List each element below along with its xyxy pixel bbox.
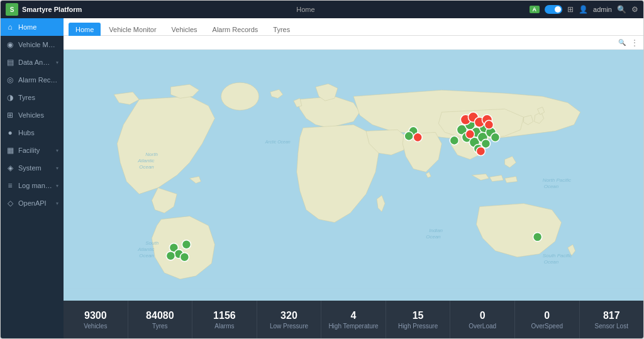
sidebar-item-data-analysis[interactable]: ▤ Data Analysis ▾ <box>1 53 64 71</box>
svg-text:Atlantic: Atlantic <box>137 158 154 164</box>
svg-text:Arctic Ocean: Arctic Ocean <box>265 140 291 144</box>
stats-bar: 9300 Vehicles 84080 Tyres 1156 Alarms 32… <box>64 301 643 338</box>
tab-alarm-records[interactable]: Alarm Records <box>206 23 265 36</box>
menu-icon[interactable]: ⋮ <box>631 38 638 47</box>
stat-alarms: 1156 Alarms <box>192 301 257 338</box>
stat-value-overspeed: 0 <box>544 309 550 321</box>
sidebar-label-log-management: Log management <box>18 182 52 189</box>
toggle-switch[interactable] <box>545 5 562 14</box>
sidebar-arrow-system: ▾ <box>56 165 58 171</box>
svg-text:Atlantic: Atlantic <box>137 247 154 252</box>
sidebar-label-home: Home <box>18 23 58 31</box>
svg-point-12 <box>450 136 458 145</box>
svg-point-1 <box>221 82 259 110</box>
stat-label-overload: OverLoad <box>469 323 496 330</box>
map-container[interactable]: North Atlantic Ocean South Atlantic Ocea… <box>64 50 643 301</box>
svg-text:South Pacific: South Pacific <box>543 253 572 258</box>
stat-label-high-pressure: High Pressure <box>398 323 438 330</box>
svg-text:North: North <box>145 152 158 157</box>
stat-tyres: 84080 Tyres <box>128 301 193 338</box>
svg-text:South: South <box>145 240 158 246</box>
sidebar-item-system[interactable]: ◈ System ▾ <box>1 159 64 177</box>
sidebar-icon-vehicle-monitor: ◉ <box>6 40 14 49</box>
stat-label-vehicles: Vehicles <box>84 323 107 330</box>
sidebar-arrow-openapi: ▾ <box>56 201 58 206</box>
sidebar-icon-home: ⌂ <box>6 23 14 31</box>
stat-value-overload: 0 <box>480 309 486 321</box>
title-bar-left: S Smartyre Platform <box>6 3 82 16</box>
title-bar: S Smartyre Platform Home A ⊞ 👤 admin 🔍 ⚙ <box>1 1 643 18</box>
settings-icon[interactable]: ⚙ <box>631 5 638 14</box>
sidebar-icon-facility: ▦ <box>6 146 14 155</box>
sidebar-icon-log-management: ≡ <box>6 181 14 190</box>
svg-text:Ocean: Ocean <box>544 259 559 265</box>
user-icon[interactable]: 👤 <box>579 5 588 14</box>
sidebar-label-alarm-records: Alarm Records <box>18 76 58 84</box>
stat-overspeed: 0 OverSpeed <box>515 301 580 338</box>
search-bar: 🔍 <box>618 39 626 46</box>
stat-overload: 0 OverLoad <box>450 301 515 338</box>
grid-icon[interactable]: ⊞ <box>567 5 574 14</box>
sidebar-item-alarm-records[interactable]: ◎ Alarm Records <box>1 71 64 89</box>
stat-label-alarms: Alarms <box>214 323 234 330</box>
stat-low-pressure: 320 Low Pressure <box>257 301 322 338</box>
sidebar-icon-tyres: ◑ <box>6 93 14 102</box>
stat-value-alarms: 1156 <box>213 309 236 321</box>
tab-vehicles[interactable]: Vehicles <box>165 23 204 36</box>
world-map: North Atlantic Ocean South Atlantic Ocea… <box>64 50 643 301</box>
sidebar-icon-alarm-records: ◎ <box>6 75 14 84</box>
svg-point-27 <box>180 253 189 262</box>
stat-value-high-temperature: 4 <box>351 309 357 321</box>
minimize-icon[interactable]: 🔍 <box>617 5 626 14</box>
sidebar-item-log-management[interactable]: ≡ Log management ▾ <box>1 177 64 194</box>
sidebar-icon-hubs: ● <box>6 128 14 137</box>
secondary-nav: 🔍 ⋮ <box>64 36 643 50</box>
stat-value-tyres: 84080 <box>146 309 174 321</box>
title-bar-right: A ⊞ 👤 admin 🔍 ⚙ <box>530 5 638 14</box>
svg-point-26 <box>166 252 175 260</box>
window-frame: S Smartyre Platform Home A ⊞ 👤 admin 🔍 ⚙… <box>0 0 644 339</box>
sidebar: ⌂ Home ◉ Vehicle Monitor ▤ Data Analysis… <box>1 18 64 338</box>
sidebar-item-facility[interactable]: ▦ Facility ▾ <box>1 142 64 159</box>
svg-point-22 <box>404 131 413 140</box>
stat-label-sensor-lost: Sensor Lost <box>595 323 628 330</box>
stat-label-overspeed: OverSpeed <box>531 323 563 330</box>
stat-sensor-lost: 817 Sensor Lost <box>580 301 644 338</box>
tab-tyres[interactable]: Tyres <box>266 23 297 36</box>
sidebar-arrow-facility: ▾ <box>56 148 58 153</box>
sidebar-item-hubs[interactable]: ● Hubs <box>1 124 64 142</box>
svg-point-29 <box>533 233 542 242</box>
stat-value-sensor-lost: 817 <box>603 309 620 321</box>
sidebar-item-vehicle-monitor[interactable]: ◉ Vehicle Monitor <box>1 36 64 53</box>
sidebar-item-home[interactable]: ⌂ Home <box>1 18 64 36</box>
sidebar-arrow-data-analysis: ▾ <box>56 60 58 65</box>
stat-value-low-pressure: 320 <box>280 309 297 321</box>
svg-point-20 <box>476 147 485 155</box>
sidebar-label-vehicle-monitor: Vehicle Monitor <box>18 41 58 48</box>
sidebar-arrow-log-management: ▾ <box>56 183 58 189</box>
stat-vehicles: 9300 Vehicles <box>64 301 128 338</box>
sidebar-label-facility: Facility <box>18 147 52 154</box>
sidebar-item-tyres[interactable]: ◑ Tyres <box>1 89 64 106</box>
sidebar-icon-openapi: ◇ <box>6 199 14 208</box>
svg-point-13 <box>491 133 499 142</box>
search-icon: 🔍 <box>618 39 626 46</box>
svg-point-19 <box>484 120 493 129</box>
sidebar-item-openapi[interactable]: ◇ OpenAPI ▾ <box>1 194 64 212</box>
tab-vehicle-monitor[interactable]: Vehicle Monitor <box>102 23 163 36</box>
stat-label-tyres: Tyres <box>152 323 167 330</box>
stat-label-low-pressure: Low Pressure <box>270 323 308 330</box>
svg-point-23 <box>413 133 422 142</box>
sidebar-icon-vehicles: ⊞ <box>6 111 14 119</box>
sidebar-label-system: System <box>18 164 52 172</box>
svg-point-28 <box>182 240 191 249</box>
sidebar-icon-data-analysis: ▤ <box>6 58 14 67</box>
sidebar-icon-system: ◈ <box>6 164 14 172</box>
tab-home[interactable]: Home <box>69 23 101 36</box>
app-title: Smartyre Platform <box>22 6 82 13</box>
svg-text:Ocean: Ocean <box>426 234 441 240</box>
status-badge: A <box>530 6 540 13</box>
sidebar-item-vehicles[interactable]: ⊞ Vehicles <box>1 106 64 124</box>
top-nav: HomeVehicle MonitorVehiclesAlarm Records… <box>64 18 643 36</box>
admin-label: admin <box>593 6 612 13</box>
